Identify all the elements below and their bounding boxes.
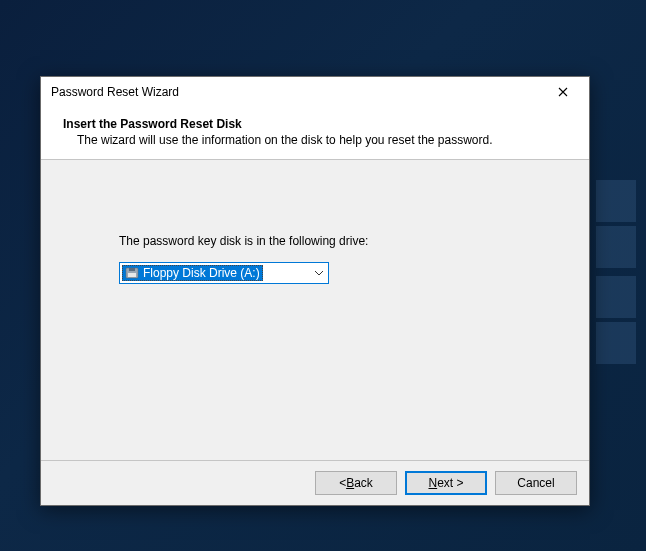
svg-rect-1 — [129, 268, 135, 271]
cancel-button[interactable]: Cancel — [495, 471, 577, 495]
header-subtitle: The wizard will use the information on t… — [77, 133, 571, 147]
password-reset-wizard-dialog: Password Reset Wizard Insert the Passwor… — [40, 76, 590, 506]
floppy-icon — [125, 266, 139, 280]
window-title: Password Reset Wizard — [51, 85, 179, 99]
close-icon — [558, 87, 568, 97]
svg-rect-2 — [128, 273, 136, 277]
drive-prompt-label: The password key disk is in the followin… — [119, 234, 569, 248]
wizard-footer: < Back Next > Cancel — [41, 460, 589, 505]
drive-select-value: Floppy Disk Drive (A:) — [143, 266, 260, 280]
back-button[interactable]: < Back — [315, 471, 397, 495]
drive-select[interactable]: Floppy Disk Drive (A:) — [119, 262, 329, 284]
next-button[interactable]: Next > — [405, 471, 487, 495]
chevron-down-icon — [310, 263, 328, 283]
wizard-header: Insert the Password Reset Disk The wizar… — [41, 107, 589, 160]
wizard-body: The password key disk is in the followin… — [41, 160, 589, 460]
titlebar: Password Reset Wizard — [41, 77, 589, 107]
header-title: Insert the Password Reset Disk — [63, 117, 571, 131]
close-button[interactable] — [541, 78, 585, 106]
